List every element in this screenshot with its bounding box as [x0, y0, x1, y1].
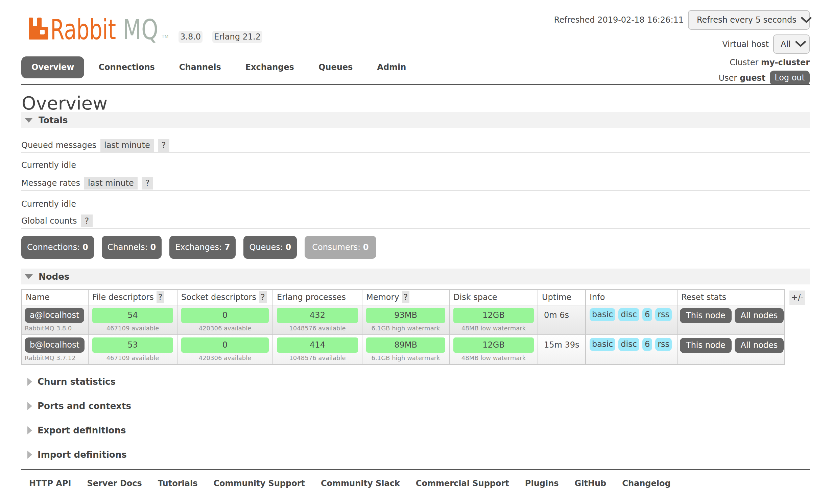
file-descriptors-help[interactable]: ? [157, 291, 164, 303]
tab-queues[interactable]: Queues [308, 56, 363, 78]
connections-count-badge[interactable]: Connections: 0 [21, 236, 94, 259]
section-ports-and-contexts[interactable]: Ports and contexts [21, 399, 810, 413]
node-name-badge[interactable]: b@localhost [25, 337, 85, 353]
queued-messages-range-chip[interactable]: last minute [100, 139, 154, 152]
tab-overview[interactable]: Overview [21, 56, 84, 78]
info-tag-6: 6 [642, 338, 652, 351]
user-label: User guest [719, 73, 766, 83]
socket-descriptors-meter: 0 [181, 337, 269, 353]
col-info: Info [586, 289, 677, 305]
nodes-title: Nodes [39, 272, 69, 282]
erlang-version-badge: Erlang 21.2 [212, 31, 262, 43]
reset-all-nodes-button[interactable]: All nodes [735, 308, 784, 323]
queues-count-badge[interactable]: Queues: 0 [243, 236, 297, 259]
header: Rabbit MQ TM 3.8.0 Erlang 21.2 Refreshed… [21, 0, 810, 85]
tab-channels[interactable]: Channels [169, 56, 231, 78]
node-name-badge[interactable]: a@localhost [25, 308, 84, 323]
tab-exchanges[interactable]: Exchanges [235, 56, 304, 78]
message-rates-help[interactable]: ? [142, 177, 153, 190]
footer-link-community-support[interactable]: Community Support [213, 477, 305, 490]
node-row-a: a@localhost RabbitMQ 3.8.0 54 467109 ava… [22, 305, 785, 335]
disk-space-meter: 12GB [453, 308, 534, 323]
cluster-label: Cluster my-cluster [730, 58, 810, 67]
expand-arrow-icon [27, 378, 32, 386]
vhost-select[interactable]: All [773, 34, 810, 54]
message-rates-label: Message rates [21, 177, 80, 190]
info-tag-6: 6 [642, 308, 652, 321]
col-erlang-processes: Erlang processes [273, 289, 362, 305]
col-file-descriptors: File descriptors? [88, 289, 177, 305]
memory-meter: 89MB [366, 337, 445, 353]
column-toggle-button[interactable]: +/- [789, 291, 805, 305]
info-tag-disc: disc [618, 308, 639, 321]
reset-all-nodes-button[interactable]: All nodes [735, 338, 784, 353]
chevron-down-icon [801, 17, 811, 23]
refresh-interval-select[interactable]: Refresh every 5 seconds [688, 10, 810, 30]
footer-link-github[interactable]: GitHub [575, 477, 607, 490]
vhost-value: All [781, 40, 791, 49]
col-socket-descriptors: Socket descriptors? [177, 289, 273, 305]
footer-link-http-api[interactable]: HTTP API [29, 477, 71, 490]
reset-this-node-button[interactable]: This node [680, 308, 732, 323]
footer-link-tutorials[interactable]: Tutorials [158, 477, 198, 490]
nav-tabs: Overview Connections Channels Exchanges … [21, 56, 416, 78]
exchanges-count-badge[interactable]: Exchanges: 7 [169, 236, 236, 259]
col-reset-stats: Reset stats [677, 289, 785, 305]
file-descriptors-meter: 54 [92, 308, 173, 323]
logout-button[interactable]: Log out [770, 71, 810, 85]
footer-link-community-slack[interactable]: Community Slack [321, 477, 400, 490]
rabbit-icon [29, 18, 48, 40]
logo-text-rabbit: Rabbit [50, 17, 116, 44]
erlang-processes-meter: 414 [277, 337, 358, 353]
channels-count-badge[interactable]: Channels: 0 [102, 236, 162, 259]
info-tag-disc: disc [618, 338, 639, 351]
file-descriptors-meter: 53 [92, 337, 173, 353]
node-version: RabbitMQ 3.8.0 [25, 324, 84, 333]
message-rates-line: Message rates last minute ? [21, 172, 810, 191]
footer-link-server-docs[interactable]: Server Docs [87, 477, 142, 490]
page: Rabbit MQ TM 3.8.0 Erlang 21.2 Refreshed… [0, 0, 831, 490]
global-counts-help[interactable]: ? [81, 215, 93, 227]
queued-idle-text: Currently idle [21, 159, 810, 172]
footer-link-plugins[interactable]: Plugins [525, 477, 559, 490]
col-memory: Memory? [362, 289, 449, 305]
rates-idle-text: Currently idle [21, 198, 810, 210]
nodes-section-header[interactable]: Nodes [21, 269, 810, 284]
refreshed-timestamp: Refreshed 2019-02-18 16:26:11 [554, 15, 684, 25]
global-counts-label: Global counts [21, 215, 77, 227]
socket-descriptors-meter: 0 [181, 308, 269, 323]
expand-arrow-icon [27, 451, 32, 459]
footer-link-commercial-support[interactable]: Commercial Support [416, 477, 509, 490]
memory-meter: 93MB [366, 308, 445, 323]
uptime-value: 0m 6s [542, 308, 581, 323]
refresh-interval-value: Refresh every 5 seconds [697, 15, 797, 25]
info-tag-rss: rss [655, 308, 672, 321]
message-rates-range-chip[interactable]: last minute [84, 177, 138, 190]
queued-messages-help[interactable]: ? [158, 139, 170, 152]
footer-link-changelog[interactable]: Changelog [622, 477, 670, 490]
nodes-table: Name File descriptors? Socket descriptor… [21, 289, 785, 365]
tab-connections[interactable]: Connections [88, 56, 165, 78]
socket-descriptors-help[interactable]: ? [259, 291, 267, 303]
rabbitmq-version-badge: 3.8.0 [179, 31, 203, 43]
global-count-badges: Connections: 0 Channels: 0 Exchanges: 7 … [21, 236, 810, 259]
queued-messages-label: Queued messages [21, 139, 96, 152]
logo-tm: TM [161, 34, 169, 39]
tab-admin[interactable]: Admin [367, 56, 416, 78]
col-name: Name [22, 289, 88, 305]
totals-section-header[interactable]: Totals [21, 112, 810, 128]
reset-this-node-button[interactable]: This node [680, 338, 732, 353]
page-title: Overview [22, 94, 810, 112]
memory-help[interactable]: ? [402, 291, 410, 303]
info-tag-basic: basic [590, 308, 615, 321]
chevron-down-icon [796, 41, 806, 47]
expand-arrow-icon [27, 402, 32, 410]
section-export-definitions[interactable]: Export definitions [21, 424, 810, 437]
rabbitmq-logo: Rabbit MQ TM [29, 17, 181, 44]
versions: 3.8.0 Erlang 21.2 [179, 31, 262, 43]
expand-arrow-icon [27, 426, 32, 434]
global-counts-line: Global counts ? [21, 210, 810, 229]
section-import-definitions[interactable]: Import definitions [21, 448, 810, 461]
totals-title: Totals [39, 115, 68, 125]
section-churn-statistics[interactable]: Churn statistics [21, 375, 810, 388]
